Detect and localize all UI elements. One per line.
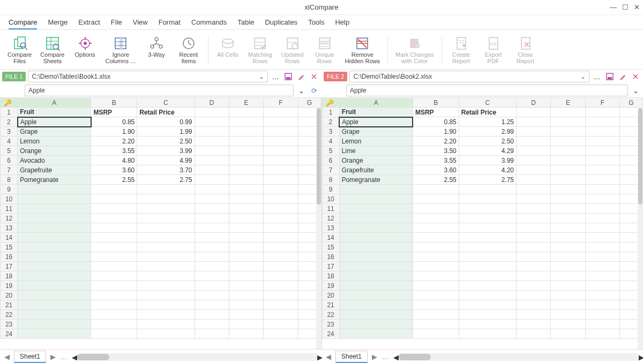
chevron-down-icon[interactable]: ⌄ [580,73,586,80]
cell[interactable] [517,146,551,156]
cell[interactable] [413,310,459,320]
cell[interactable]: 3.99 [459,156,516,165]
close-file-icon[interactable] [309,71,319,82]
cell[interactable] [137,233,195,242]
row-header[interactable]: 5 [322,146,339,156]
cell[interactable] [585,136,619,146]
sync-icon[interactable]: ⟳ [309,87,319,95]
cell[interactable] [585,242,619,252]
row-header[interactable]: 17 [1,262,18,271]
cell[interactable] [413,320,459,329]
cell[interactable] [551,127,585,136]
row-header[interactable]: 13 [322,223,339,233]
tab-more-icon[interactable]: … [60,353,68,361]
cell[interactable] [195,271,229,281]
cell[interactable] [459,223,516,233]
cell[interactable] [517,204,551,214]
menu-compare[interactable]: Compare [9,18,37,29]
cell[interactable] [585,156,619,165]
cell[interactable] [517,271,551,281]
cell[interactable] [551,252,585,262]
cell[interactable] [91,281,137,291]
cell[interactable] [551,146,585,156]
cell[interactable] [551,214,585,223]
cell[interactable] [413,300,459,310]
chevron-down-icon[interactable]: ⌄ [259,73,264,80]
cell[interactable] [585,320,619,329]
ribbon-compare-files[interactable]: CompareFiles [4,33,35,66]
cell[interactable] [339,271,413,281]
cell[interactable] [517,136,551,146]
row-header[interactable]: 5 [1,146,18,156]
tab-prev-icon[interactable]: ◀ [325,353,332,361]
col-header[interactable]: B [91,98,137,108]
row-header[interactable]: 21 [1,300,18,310]
cell[interactable] [195,242,229,252]
cell[interactable] [195,156,229,165]
cell[interactable] [229,310,263,320]
cell[interactable]: 4.99 [137,156,195,165]
cell[interactable] [517,233,551,242]
cell[interactable] [18,320,91,329]
menu-extract[interactable]: Extract [78,18,100,26]
cell[interactable] [229,233,263,242]
cell[interactable] [195,262,229,271]
row-header[interactable]: 23 [1,320,18,329]
row-header[interactable]: 7 [1,165,18,175]
cell[interactable] [229,271,263,281]
ribbon-updated-rows[interactable]: UpdatedRows [278,33,308,66]
cell[interactable] [264,204,298,214]
cell[interactable]: MSRP [413,108,459,117]
cell[interactable] [551,281,585,291]
cell[interactable] [413,233,459,242]
cell[interactable] [459,310,516,320]
cell[interactable] [517,320,551,329]
cell[interactable] [551,136,585,146]
cell[interactable] [413,185,459,194]
cell[interactable] [459,204,516,214]
cell[interactable] [91,320,137,329]
cell[interactable] [264,165,298,175]
cell[interactable]: 2.55 [413,175,459,185]
cell[interactable] [264,300,298,310]
cell[interactable] [195,291,229,300]
cell[interactable] [91,262,137,271]
cell[interactable] [517,108,551,117]
cell[interactable] [91,329,137,339]
cell[interactable]: Grape [339,127,413,136]
cell[interactable]: Lemon [339,136,413,146]
cell[interactable] [517,165,551,175]
cell[interactable] [18,233,91,242]
ribbon-mark-changes[interactable]: Mark Changeswith Color [392,33,437,66]
row-header[interactable]: 6 [322,156,339,165]
row-header[interactable]: 10 [1,194,18,204]
cell[interactable]: Lemon [18,136,91,146]
cell[interactable]: Pomegranate [18,175,91,185]
sheet-tab[interactable]: Sheet1 [335,351,368,363]
cell[interactable] [585,310,619,320]
cell[interactable] [137,194,195,204]
cell[interactable] [585,175,619,185]
cell[interactable] [551,175,585,185]
cell[interactable] [264,310,298,320]
cell[interactable] [339,194,413,204]
cell[interactable]: Orange [339,156,413,165]
row-header[interactable]: 16 [1,252,18,262]
cell[interactable] [339,185,413,194]
cell[interactable] [551,204,585,214]
cell[interactable] [229,320,263,329]
cell[interactable] [195,204,229,214]
cell[interactable] [137,204,195,214]
cell[interactable] [91,271,137,281]
cell[interactable] [195,329,229,339]
row-header[interactable]: 21 [322,300,339,310]
cell[interactable]: Fruit [18,108,91,117]
cell[interactable] [551,310,585,320]
cell[interactable] [339,262,413,271]
cell[interactable] [551,291,585,300]
cell[interactable] [585,291,619,300]
ribbon-all-cells[interactable]: All Cells [213,33,243,66]
cell[interactable] [585,329,619,339]
cell[interactable] [339,310,413,320]
row-header[interactable]: 18 [1,271,18,281]
